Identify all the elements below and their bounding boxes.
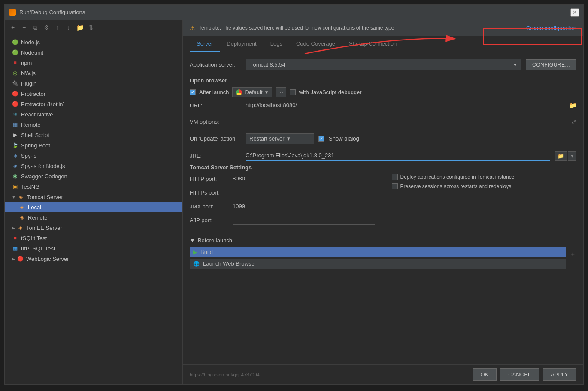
sidebar-label-shell-script: Shell Script: [21, 132, 49, 138]
dialog-body: + − ⧉ ⚙ ↑ ↓ 📁 ⇅ 🟢 Node.js 🟢 Nodeunit: [5, 20, 583, 384]
sidebar-item-protractor[interactable]: 🔴 Protractor: [5, 89, 182, 99]
move-down-button[interactable]: ↓: [64, 23, 73, 32]
tab-logs[interactable]: Logs: [264, 36, 289, 52]
https-port-input[interactable]: [233, 188, 375, 197]
add-config-button[interactable]: +: [8, 23, 18, 32]
vm-expand-button[interactable]: ⤢: [571, 118, 576, 125]
url-folder-button[interactable]: 📁: [569, 102, 576, 109]
launch-web-browser-label: Launch Web Browser: [203, 260, 256, 267]
sidebar-item-npm[interactable]: ■ npm: [5, 58, 182, 68]
sidebar-item-protractor-kotlin[interactable]: 🔴 Protractor (Kotlin): [5, 99, 182, 109]
sidebar: + − ⧉ ⚙ ↑ ↓ 📁 ⇅ 🟢 Node.js 🟢 Nodeunit: [5, 20, 183, 384]
copy-config-button[interactable]: ⧉: [30, 23, 40, 32]
check-mark: ✓: [191, 90, 194, 95]
sidebar-label-nodejs: Node.js: [21, 39, 40, 46]
apply-button[interactable]: APPLY: [543, 368, 576, 381]
before-launch-header: ▼ Before launch: [190, 237, 576, 244]
browser-select-dropdown[interactable]: Default ▾: [232, 87, 272, 97]
url-row: URL: 📁: [190, 101, 576, 110]
before-launch-arrow: ▼: [190, 237, 195, 244]
before-launch-remove-button[interactable]: −: [569, 259, 576, 267]
sidebar-item-tsqlt[interactable]: ■ tSQLt Test: [5, 233, 182, 243]
sidebar-label-tsqlt: tSQLt Test: [21, 235, 47, 241]
web-browser-icon: 🌐: [193, 261, 200, 267]
sidebar-item-plugin[interactable]: 🔌 Plugin: [5, 78, 182, 89]
tomcat-local-icon: ◈: [18, 204, 25, 211]
chrome-icon: [236, 89, 242, 95]
dropdown-arrow-icon: ▾: [514, 61, 517, 68]
tab-server[interactable]: Server: [190, 36, 220, 52]
warning-bar: ⚠ Template. The values saved here will b…: [183, 20, 583, 36]
ajp-port-row: AJP port:: [190, 215, 375, 225]
ajp-port-label: AJP port:: [190, 217, 228, 223]
sidebar-item-swagger[interactable]: ◉ Swagger Codegen: [5, 171, 182, 181]
sidebar-item-tomcat-local[interactable]: ◈ Local: [5, 202, 182, 212]
url-input[interactable]: [246, 101, 565, 110]
ok-button[interactable]: OK: [473, 368, 497, 381]
sidebar-label-swagger: Swagger Codegen: [21, 173, 67, 180]
update-action-dropdown[interactable]: Restart server ▾: [246, 133, 314, 144]
app-server-dropdown[interactable]: Tomcat 8.5.54 ▾: [246, 59, 521, 70]
move-up-button[interactable]: ↑: [53, 23, 62, 32]
close-button[interactable]: ×: [570, 8, 579, 17]
sidebar-label-spy-js: Spy-js: [21, 153, 36, 159]
preserve-sessions-checkbox[interactable]: [392, 183, 398, 189]
sidebar-item-tomcat-server[interactable]: ▼ ◈ Tomcat Server: [5, 192, 182, 202]
after-launch-row: ✓ After launch Default ▾ ··· with JavaSc…: [190, 87, 576, 97]
tab-deployment[interactable]: Deployment: [220, 36, 263, 52]
more-options-button[interactable]: ···: [276, 87, 286, 97]
tomcat-server-icon: ◈: [18, 193, 24, 200]
sidebar-item-spy-js-node[interactable]: ◈ Spy-js for Node.js: [5, 161, 182, 171]
jre-folder-button[interactable]: 📁: [555, 151, 567, 161]
folder-button[interactable]: 📁: [75, 23, 85, 32]
sidebar-item-react-native[interactable]: ⚛ React Native: [5, 109, 182, 119]
launch-item-web-browser[interactable]: 🌐 Launch Web Browser: [190, 259, 566, 269]
remove-config-button[interactable]: −: [19, 23, 29, 32]
shell-script-icon: ▶: [12, 131, 18, 138]
create-configuration-button[interactable]: Create configuration: [526, 25, 576, 31]
sidebar-item-spy-js[interactable]: ◈ Spy-js: [5, 150, 182, 161]
sidebar-item-tomee-server[interactable]: ▶ ◈ TomEE Server: [5, 223, 182, 233]
tab-startup-connection[interactable]: Startup/Connection: [342, 36, 403, 52]
jre-dropdown-button[interactable]: ▾: [568, 151, 576, 161]
settings-button[interactable]: ⚙: [42, 23, 51, 32]
spring-boot-icon: 🍃: [12, 142, 18, 149]
sidebar-item-tomcat-remote[interactable]: ◈ Remote: [5, 212, 182, 223]
jmx-port-input[interactable]: [233, 202, 375, 211]
vm-options-input[interactable]: [246, 117, 567, 126]
cancel-button[interactable]: CANCEL: [500, 368, 539, 381]
sidebar-item-nodejs[interactable]: 🟢 Node.js: [5, 37, 182, 47]
sidebar-item-shell-script[interactable]: ▶ Shell Script: [5, 130, 182, 140]
vm-options-row: VM options: ⤢: [190, 117, 576, 126]
update-action-row: On 'Update' action: Restart server ▾ ✓ S…: [190, 133, 576, 144]
deploy-apps-label: Deploy applications configured in Tomcat…: [400, 174, 515, 180]
show-dialog-checkbox[interactable]: ✓: [318, 136, 324, 142]
remote-icon: ▦: [12, 121, 18, 128]
before-launch-add-button[interactable]: +: [569, 250, 576, 258]
tab-code-coverage[interactable]: Code Coverage: [289, 36, 342, 52]
app-server-label: Application server:: [190, 61, 241, 68]
sidebar-item-spring-boot[interactable]: 🍃 Spring Boot: [5, 140, 182, 150]
sidebar-item-remote[interactable]: ▦ Remote: [5, 119, 182, 130]
sidebar-item-testng[interactable]: ▣ TestNG: [5, 181, 182, 192]
testng-icon: ▣: [12, 183, 18, 190]
deploy-apps-checkbox[interactable]: [392, 174, 398, 180]
swagger-icon: ◉: [12, 173, 18, 180]
browser-value: Default: [245, 89, 262, 95]
configure-button[interactable]: CONFIGURE...: [526, 59, 576, 70]
http-port-input[interactable]: [233, 174, 375, 183]
deploy-apps-option: Deploy applications configured in Tomcat…: [392, 174, 577, 180]
js-debugger-checkbox[interactable]: [290, 89, 296, 95]
sidebar-item-weblogic[interactable]: ▶ 🔴 WebLogic Server: [5, 254, 182, 264]
url-label: URL:: [190, 102, 241, 109]
sort-button[interactable]: ⇅: [86, 23, 96, 32]
launch-item-build[interactable]: ▶ Build: [190, 247, 566, 257]
tomcat-settings-title: Tomcat Server Settings: [190, 164, 576, 171]
sidebar-item-utplsql[interactable]: ▦ utPLSQL Test: [5, 243, 182, 254]
jre-buttons: 📁 ▾: [555, 151, 576, 161]
sidebar-item-nodeunit[interactable]: 🟢 Nodeunit: [5, 47, 182, 58]
sidebar-item-nwjs[interactable]: ◎ NW.js: [5, 68, 182, 78]
after-launch-checkbox[interactable]: ✓: [190, 89, 196, 95]
ajp-port-input[interactable]: [233, 215, 375, 225]
jre-input[interactable]: [246, 151, 550, 161]
